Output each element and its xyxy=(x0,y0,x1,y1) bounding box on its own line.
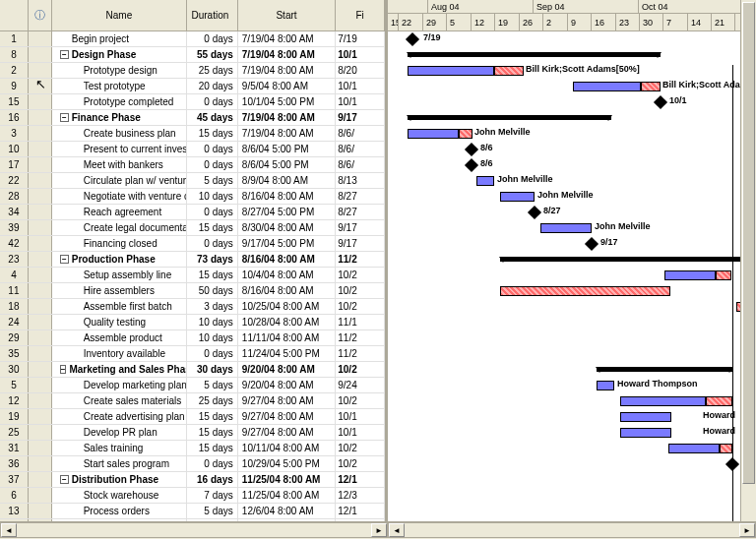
summary-bar[interactable] xyxy=(597,367,732,372)
duration-cell[interactable]: 7 days xyxy=(187,488,238,503)
duration-cell[interactable]: 0 days xyxy=(187,157,238,172)
row-number[interactable]: 4 xyxy=(0,268,29,282)
row-number[interactable]: 19 xyxy=(0,409,29,424)
duration-cell[interactable]: 5 days xyxy=(187,519,238,521)
left-horizontal-scrollbar[interactable]: ◄ ► xyxy=(0,522,388,538)
task-name-cell[interactable]: Start sales program xyxy=(52,456,187,471)
collapse-icon[interactable]: − xyxy=(60,50,69,59)
duration-cell[interactable]: 3 days xyxy=(187,299,238,314)
task-row[interactable]: 39Create legal documentation15 days8/30/… xyxy=(0,220,385,236)
row-number[interactable]: 25 xyxy=(0,425,29,440)
indicator-cell[interactable] xyxy=(29,519,52,521)
start-cell[interactable]: 7/19/04 8:00 AM xyxy=(238,126,336,141)
task-name-cell[interactable]: Meet with bankers xyxy=(52,157,187,172)
indicator-cell[interactable] xyxy=(29,315,52,329)
start-cell[interactable]: 9/27/04 8:00 AM xyxy=(238,393,336,408)
task-bar[interactable] xyxy=(641,82,661,91)
task-bar[interactable] xyxy=(716,270,731,280)
indicator-cell[interactable] xyxy=(29,299,52,314)
task-row[interactable]: 42Financing closed0 days9/17/04 5:00 PM9… xyxy=(0,236,385,252)
row-number[interactable]: 1 xyxy=(0,31,29,46)
finish-cell[interactable]: 10/1 xyxy=(336,47,385,62)
task-row[interactable]: 15Prototype completed0 days10/1/04 5:00 … xyxy=(0,94,385,110)
vertical-scrollbar[interactable] xyxy=(740,0,756,521)
summary-bar[interactable] xyxy=(500,257,748,262)
task-row[interactable]: 10Present to current investors0 days8/6/… xyxy=(0,142,385,157)
finish-cell[interactable]: 11/2 xyxy=(336,330,385,345)
row-number[interactable]: 18 xyxy=(0,299,29,314)
row-number[interactable]: 17 xyxy=(0,157,29,172)
task-row[interactable]: 30−Marketing and Sales Phase30 days9/20/… xyxy=(0,362,385,378)
task-name-cell[interactable]: Reach agreement xyxy=(52,205,187,219)
task-row[interactable]: 9Test prototype20 days9/5/04 8:00 AM10/1 xyxy=(0,79,385,94)
row-number[interactable]: 29 xyxy=(0,330,29,345)
indicator-cell[interactable] xyxy=(29,94,52,109)
duration-cell[interactable]: 0 days xyxy=(187,236,238,251)
start-cell[interactable]: 9/20/04 8:00 AM xyxy=(238,378,336,392)
finish-cell[interactable]: 9/17 xyxy=(336,220,385,235)
collapse-icon[interactable]: − xyxy=(60,255,69,264)
task-name-cell[interactable]: Circulate plan w/ venture capitalists xyxy=(52,173,187,188)
task-name-cell[interactable]: Begin project xyxy=(52,31,187,46)
row-number[interactable]: 37 xyxy=(0,472,29,487)
duration-cell[interactable]: 0 days xyxy=(187,94,238,109)
col-header-rownum[interactable] xyxy=(0,0,29,30)
task-row[interactable]: 22Circulate plan w/ venture capitalists5… xyxy=(0,173,385,189)
task-row[interactable]: 19Create advertising plan15 days9/27/04 … xyxy=(0,409,385,425)
task-name-cell[interactable]: Organize shipments xyxy=(52,519,187,521)
task-bar[interactable] xyxy=(540,223,592,233)
duration-cell[interactable]: 5 days xyxy=(187,378,238,392)
task-name-cell[interactable]: −Marketing and Sales Phase xyxy=(52,362,187,377)
task-row[interactable]: 34Reach agreement0 days8/27/04 5:00 PM8/… xyxy=(0,205,385,220)
task-row[interactable]: 3Create business plan15 days7/19/04 8:00… xyxy=(0,126,385,142)
indicator-cell[interactable] xyxy=(29,31,52,46)
start-cell[interactable]: 12/6/04 8:00 AM xyxy=(238,519,336,521)
task-name-cell[interactable]: Create business plan xyxy=(52,126,187,141)
finish-cell[interactable]: 11/1 xyxy=(336,315,385,329)
duration-cell[interactable]: 50 days xyxy=(187,283,238,298)
finish-cell[interactable]: 12/1 xyxy=(336,504,385,518)
indicator-cell[interactable] xyxy=(29,47,52,62)
scroll-thumb[interactable] xyxy=(742,2,755,484)
col-header-start[interactable]: Start xyxy=(238,0,336,30)
indicator-cell[interactable] xyxy=(29,504,52,518)
start-cell[interactable]: 7/19/04 8:00 AM xyxy=(238,110,336,125)
indicator-cell[interactable] xyxy=(29,110,52,125)
col-header-duration[interactable]: Duration xyxy=(187,0,238,30)
finish-cell[interactable]: 10/2 xyxy=(336,456,385,471)
task-row[interactable]: 5Develop marketing plan5 days9/20/04 8:0… xyxy=(0,378,385,393)
start-cell[interactable]: 11/24/04 5:00 PM xyxy=(238,346,336,361)
task-name-cell[interactable]: Create legal documentation xyxy=(52,220,187,235)
duration-cell[interactable]: 0 days xyxy=(187,142,238,156)
duration-cell[interactable]: 15 days xyxy=(187,268,238,282)
indicator-cell[interactable] xyxy=(29,126,52,141)
row-number[interactable]: 6 xyxy=(0,488,29,503)
task-row[interactable]: 35Inventory available0 days11/24/04 5:00… xyxy=(0,346,385,362)
indicator-cell[interactable] xyxy=(29,268,52,282)
collapse-icon[interactable]: − xyxy=(60,113,69,122)
finish-cell[interactable]: 10/2 xyxy=(336,393,385,408)
task-row[interactable]: 12Create sales materials25 days9/27/04 8… xyxy=(0,393,385,409)
row-number[interactable]: 30 xyxy=(0,362,29,377)
indicator-cell[interactable] xyxy=(29,330,52,345)
start-cell[interactable]: 11/25/04 8:00 AM xyxy=(238,472,336,487)
finish-cell[interactable]: 8/27 xyxy=(336,205,385,219)
finish-cell[interactable]: 10/2 xyxy=(336,283,385,298)
milestone-diamond[interactable] xyxy=(654,95,667,109)
indicator-cell[interactable] xyxy=(29,346,52,361)
milestone-diamond[interactable] xyxy=(725,457,739,471)
row-number[interactable]: 39 xyxy=(0,220,29,235)
milestone-diamond[interactable] xyxy=(465,158,478,172)
finish-cell[interactable]: 12/1 xyxy=(336,519,385,521)
row-number[interactable]: 10 xyxy=(0,142,29,156)
start-cell[interactable]: 8/16/04 8:00 AM xyxy=(238,283,336,298)
indicator-cell[interactable] xyxy=(29,173,52,188)
task-row[interactable]: 1Begin project0 days7/19/04 8:00 AM7/19 xyxy=(0,31,385,47)
finish-cell[interactable]: 8/27 xyxy=(336,189,385,204)
duration-cell[interactable]: 30 days xyxy=(187,362,238,377)
task-row[interactable]: 24Quality testing10 days10/28/04 8:00 AM… xyxy=(0,315,385,330)
duration-cell[interactable]: 15 days xyxy=(187,425,238,440)
indicator-cell[interactable] xyxy=(29,378,52,392)
col-header-name[interactable]: Name xyxy=(52,0,187,30)
task-name-cell[interactable]: −Finance Phase xyxy=(52,110,187,125)
